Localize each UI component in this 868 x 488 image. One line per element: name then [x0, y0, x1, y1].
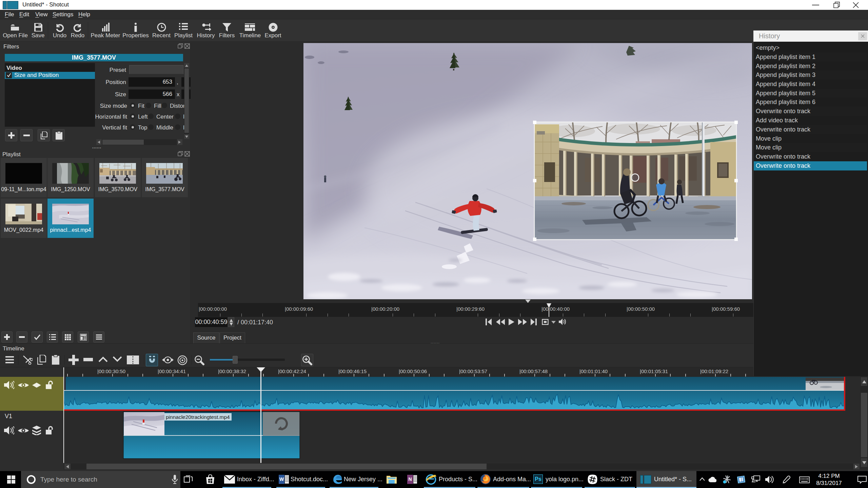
svg-text:pinnacle20trackingtest.mp4: pinnacle20trackingtest.mp4: [166, 414, 230, 420]
